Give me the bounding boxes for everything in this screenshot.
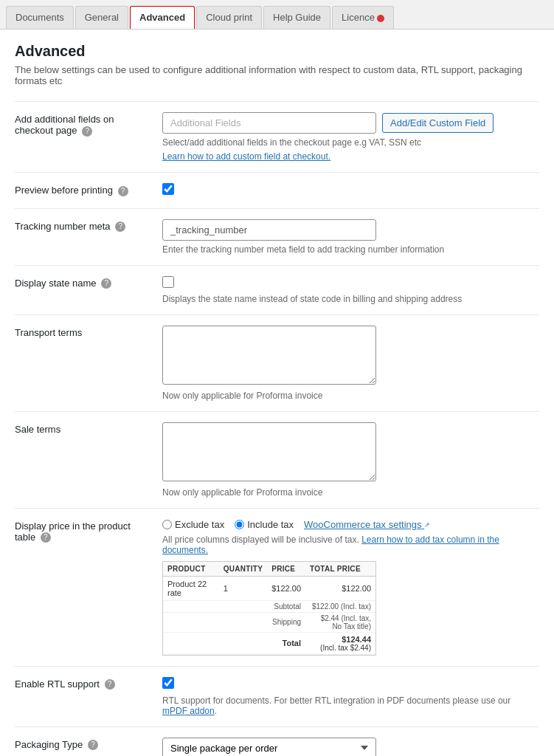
display-state-desc: Displays the state name instead of state…: [162, 294, 516, 304]
subtotal-value: $122.00 (Incl. tax): [305, 600, 375, 612]
rtl-support-label: Enable RTL support: [15, 678, 100, 690]
product-price: $122.00: [267, 576, 305, 600]
display-state-label: Display state name: [15, 278, 97, 289]
transport-terms-row: Transport terms Now only applicable for …: [15, 315, 539, 411]
sale-terms-desc: Now only applicable for Proforma invoice: [162, 487, 516, 498]
total-value: $124.44 (Incl. tax $2.44): [305, 632, 375, 654]
tab-help-guide[interactable]: Help Guide: [263, 6, 330, 29]
product-total: $122.00: [305, 576, 375, 600]
settings-table: Add additional fields on checkout page ?…: [15, 101, 539, 756]
rtl-help-icon[interactable]: ?: [105, 679, 115, 690]
tab-cloud-print[interactable]: Cloud print: [196, 6, 262, 29]
rtl-desc: RTL support for documents. For better RT…: [162, 695, 516, 716]
col-price: PRICE: [267, 562, 305, 577]
tracking-number-desc: Enter the tracking number meta field to …: [162, 244, 516, 255]
product-row: Product 22 rate 1 $122.00 $122.00: [163, 576, 375, 600]
additional-fields-label: Add additional fields on checkout page: [15, 114, 114, 136]
transport-terms-label: Transport terms: [15, 327, 82, 338]
product-name: Product 22 rate: [163, 576, 219, 600]
additional-fields-row: Add additional fields on checkout page ?…: [15, 102, 539, 173]
exclude-tax-text: Exclude tax: [175, 519, 224, 530]
total-row: Total $124.44 (Incl. tax $2.44): [163, 632, 375, 654]
page-title: Advanced: [15, 43, 539, 60]
tracking-number-input[interactable]: [162, 219, 376, 241]
additional-fields-input[interactable]: [162, 112, 376, 134]
main-content: Advanced The below settings can be used …: [0, 30, 554, 756]
preview-print-row: Preview before printing ?: [15, 173, 539, 209]
rtl-support-row: Enable RTL support ? RTL support for doc…: [15, 666, 539, 726]
display-state-row: Display state name ? Displays the state …: [15, 265, 539, 315]
product-table-preview: PRODUCT QUANTITY PRICE TOTAL PRICE Produ…: [162, 561, 376, 656]
include-tax-label[interactable]: Include tax: [235, 519, 294, 530]
display-price-row: Display price in the product table ? Exc…: [15, 508, 539, 666]
tracking-number-label: Tracking number meta: [15, 221, 111, 232]
additional-fields-input-row: Add/Edit Custom Field: [162, 112, 539, 134]
preview-print-help-icon[interactable]: ?: [118, 186, 128, 196]
transport-terms-textarea[interactable]: [162, 326, 376, 385]
tab-documents[interactable]: Documents: [6, 6, 74, 29]
total-label: Total: [163, 632, 305, 654]
tracking-number-help-icon[interactable]: ?: [115, 221, 125, 232]
col-quantity: QUANTITY: [219, 562, 268, 577]
preview-print-checkbox[interactable]: [162, 183, 174, 195]
display-price-label: Display price in the product table: [15, 520, 131, 543]
woocommerce-tax-link[interactable]: WooCommerce tax settings ↗: [304, 519, 432, 530]
tabs-bar: Documents General Advanced Cloud print H…: [0, 0, 554, 30]
tab-general[interactable]: General: [75, 6, 128, 29]
packaging-type-label: Packaging Type: [15, 739, 83, 750]
tracking-number-row: Tracking number meta ? Enter the trackin…: [15, 208, 539, 265]
sale-terms-row: Sale terms Now only applicable for Profo…: [15, 411, 539, 508]
custom-field-link[interactable]: Learn how to add custom field at checkou…: [162, 151, 330, 162]
transport-terms-desc: Now only applicable for Proforma invoice: [162, 391, 516, 401]
additional-fields-link: Learn how to add custom field at checkou…: [162, 151, 516, 162]
packaging-help-icon[interactable]: ?: [88, 740, 98, 750]
subtotal-row: Subtotal $122.00 (Incl. tax): [163, 600, 375, 612]
tab-advanced[interactable]: Advanced: [130, 6, 195, 29]
sale-terms-textarea[interactable]: [162, 422, 376, 481]
page-description: The below settings can be used to config…: [15, 64, 539, 86]
rtl-support-checkbox[interactable]: [162, 677, 174, 689]
include-tax-text: Include tax: [247, 519, 294, 530]
col-total: TOTAL PRICE: [305, 562, 375, 577]
tax-radio-group: Exclude tax Include tax WooCommerce tax …: [162, 519, 539, 530]
packaging-type-row: Packaging Type ? Single package per orde…: [15, 726, 539, 756]
product-qty: 1: [219, 576, 268, 600]
include-tax-radio[interactable]: [235, 520, 244, 529]
shipping-label: Shipping: [163, 612, 305, 632]
display-state-help-icon[interactable]: ?: [101, 278, 111, 289]
price-desc: All price columns displayed will be incl…: [162, 535, 516, 555]
shipping-value: $2.44 (Incl. tax, No Tax title): [305, 612, 375, 632]
mpdf-link[interactable]: mPDF addon: [162, 706, 215, 716]
display-state-checkbox[interactable]: [162, 276, 174, 288]
sale-terms-label: Sale terms: [15, 424, 60, 435]
subtotal-label: Subtotal: [163, 600, 305, 612]
col-product: PRODUCT: [163, 562, 219, 577]
external-link-icon: ↗: [424, 521, 432, 529]
exclude-tax-radio[interactable]: [162, 520, 172, 529]
shipping-row: Shipping $2.44 (Incl. tax, No Tax title): [163, 612, 375, 632]
preview-print-label: Preview before printing: [15, 185, 113, 196]
display-price-help-icon[interactable]: ?: [41, 532, 51, 543]
additional-fields-help-text: Select/add additional fields in the chec…: [162, 137, 516, 148]
licence-badge: [377, 15, 384, 22]
additional-fields-help-icon[interactable]: ?: [82, 126, 92, 137]
packaging-select[interactable]: Single package per order Box packing(per…: [162, 738, 376, 756]
tab-licence[interactable]: Licence: [332, 6, 394, 29]
add-edit-custom-field-button[interactable]: Add/Edit Custom Field: [382, 113, 494, 133]
exclude-tax-label[interactable]: Exclude tax: [162, 519, 224, 530]
